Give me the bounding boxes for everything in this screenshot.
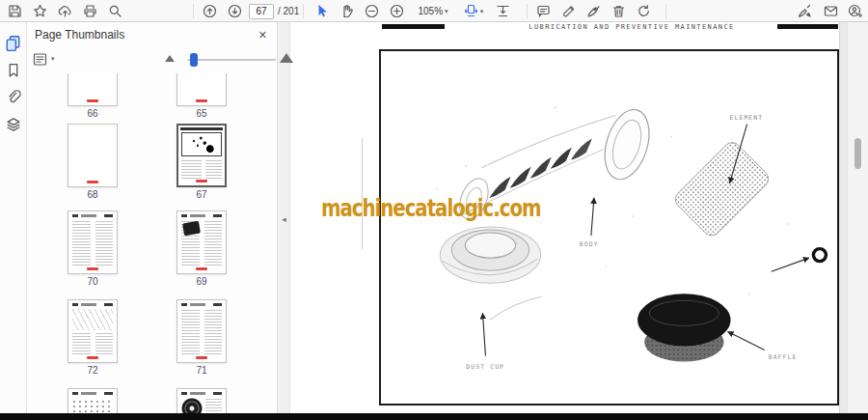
request-signatures-button[interactable] (795, 1, 816, 21)
page-thumbnail[interactable] (176, 299, 227, 363)
vertical-scrollbar[interactable] (847, 22, 868, 413)
trash-icon (611, 4, 626, 18)
page-total-label: / 201 (278, 6, 299, 16)
cursor-icon (314, 4, 329, 18)
baffle-label: BAFFLE (769, 353, 798, 361)
next-page-button[interactable] (224, 1, 245, 21)
hand-tool-button[interactable] (336, 1, 357, 21)
refresh-icon (637, 4, 651, 18)
page-thumbnail-selected[interactable] (176, 124, 227, 187)
comment-bubble-icon (536, 4, 551, 18)
thumbnail-preview (68, 125, 117, 186)
gasket-ring-illustration (813, 249, 826, 262)
pencil-icon (561, 4, 576, 18)
thumbnail-preview (68, 300, 117, 362)
bottom-window-bar (0, 413, 868, 420)
close-panel-button[interactable]: ✕ (258, 29, 267, 42)
zoom-in-button[interactable] (386, 1, 407, 21)
scrollbar-thumb[interactable] (854, 138, 861, 169)
print-icon (83, 4, 97, 18)
thumbnail-preview-part (205, 399, 222, 413)
previous-page-button[interactable] (199, 1, 220, 21)
view-tools-group: 105% ▾ ▾ (311, 0, 513, 22)
sidebar-item-bookmarks[interactable] (3, 61, 24, 79)
thumbnail-preview-part (181, 132, 222, 156)
thumbnail-page-number: 71 (176, 365, 227, 376)
fit-width-icon (496, 4, 510, 18)
print-button[interactable] (79, 1, 100, 21)
thumbnail-size-small-icon[interactable] (165, 55, 175, 62)
thumbnail-preview-part (72, 392, 113, 395)
panel-splitter: ◂ (278, 22, 290, 413)
fit-width-button[interactable] (492, 1, 513, 21)
select-tool-button[interactable] (311, 1, 332, 21)
zoom-out-button[interactable] (361, 1, 382, 21)
collapse-panel-button[interactable]: ◂ (278, 211, 290, 227)
page-scrolling-mode-button[interactable]: ▾ (459, 1, 488, 21)
zoom-level-dropdown[interactable]: 105% ▾ (411, 1, 455, 21)
comment-button[interactable] (532, 1, 554, 21)
refresh-button[interactable] (633, 1, 654, 21)
panel-header: Page Thumbnails ✕ (27, 22, 277, 47)
arrow-up-circle-icon (203, 4, 217, 18)
thumbnail-preview-part (72, 303, 113, 306)
panel-title: Page Thumbnails (35, 28, 124, 42)
plus-circle-icon (390, 4, 404, 18)
page-thumbnail[interactable] (68, 124, 118, 187)
delete-button[interactable] (608, 1, 629, 21)
page-nav-group: / 201 (199, 0, 299, 22)
sidebar-item-attachments[interactable] (3, 88, 24, 106)
sidebar-item-layers[interactable] (3, 115, 24, 133)
baffle-illustration (637, 294, 730, 361)
chevron-down-icon: ▾ (51, 55, 55, 63)
page-thumbnail[interactable] (68, 299, 118, 363)
thumbnail-preview (68, 73, 117, 105)
minus-circle-icon (365, 4, 379, 18)
thumbnail-preview (177, 389, 226, 413)
thumbnail-preview (68, 389, 117, 413)
thumbnail-size-large-icon[interactable] (280, 53, 293, 63)
toolbar-divider (193, 4, 194, 18)
page-thumbnail[interactable] (68, 73, 118, 106)
thumbnail-page-number: 72 (68, 365, 118, 376)
thumbnail-preview-part (181, 303, 222, 306)
panel-toolbar: ▾ (27, 47, 277, 73)
thumbnail-preview-part (181, 392, 222, 395)
illustration-frame: ELEMENT BODY DUST CUP BAFFLE (379, 49, 839, 406)
document-header-text: LUBRICATION AND PREVENTIVE MAINTENANCE (521, 23, 743, 31)
envelope-icon (824, 4, 838, 18)
thumbnail-preview (178, 126, 225, 185)
star-button[interactable] (29, 1, 50, 21)
page-thumbnail[interactable] (176, 73, 227, 106)
search-icon (108, 4, 122, 18)
highlight-button[interactable] (557, 1, 579, 21)
thumbnail-preview (177, 73, 226, 105)
thumbnail-preview (177, 300, 226, 362)
send-mail-button[interactable] (820, 1, 841, 21)
page-thumbnail[interactable] (176, 210, 227, 274)
account-button[interactable] (845, 1, 866, 21)
thumbnail-preview (177, 211, 226, 273)
signature-pen-icon (798, 4, 813, 18)
dust-cup-illustration (440, 227, 541, 320)
find-button[interactable] (104, 1, 125, 21)
thumbnail-preview-part (181, 398, 203, 413)
thumbnail-options-button[interactable]: ▾ (33, 50, 58, 68)
left-rail (0, 22, 27, 413)
page-thumbnail[interactable] (176, 388, 227, 413)
thumbnail-preview-part (72, 399, 113, 413)
hand-icon (339, 4, 354, 18)
fill-and-sign-button[interactable] (583, 1, 604, 21)
page-number-input[interactable] (249, 4, 274, 19)
thumbnail-size-slider[interactable] (187, 59, 276, 61)
save-button[interactable] (4, 1, 25, 21)
page-thumbnail[interactable] (68, 388, 118, 413)
sidebar-item-page-thumbnails[interactable] (3, 34, 24, 52)
dust-cup-label: DUST CUP (466, 363, 504, 371)
page-thumbnail[interactable] (68, 210, 118, 274)
thumbnail-preview (68, 211, 117, 273)
share-file-button[interactable] (54, 1, 75, 21)
zoom-level-value: 105% (418, 6, 443, 16)
thumbnail-page-number: 67 (176, 189, 227, 200)
thumbnail-size-slider-thumb[interactable] (190, 53, 198, 67)
